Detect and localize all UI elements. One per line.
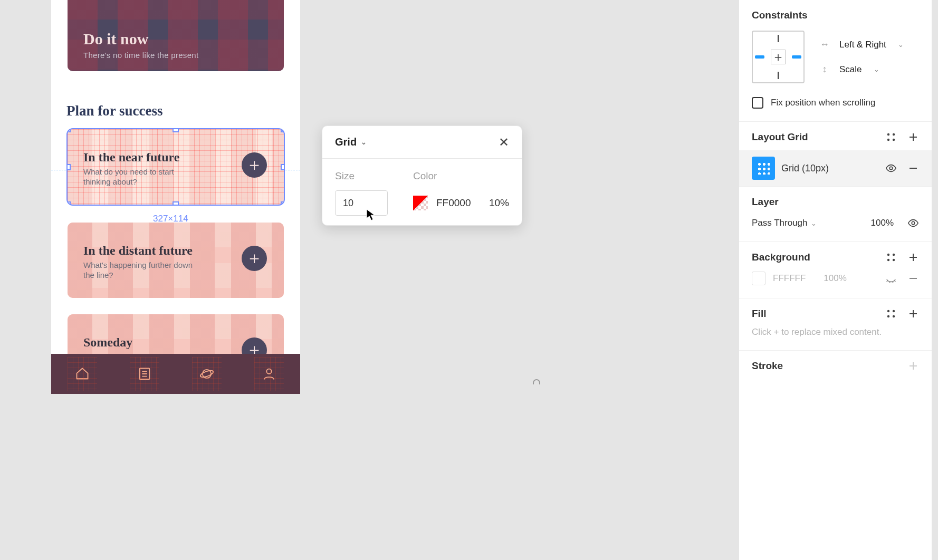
background-opacity[interactable]: 100% xyxy=(824,273,846,284)
popup-header: Grid ⌄ ✕ xyxy=(322,126,522,159)
grid-visibility-toggle[interactable] xyxy=(885,162,897,174)
horizontal-constraint-value: Left & Right xyxy=(839,40,886,50)
grid-item-row[interactable]: Grid (10px) xyxy=(739,150,932,186)
size-label: Size xyxy=(335,170,403,182)
list-icon xyxy=(137,366,152,381)
fix-position-row[interactable]: Fix position when scrolling xyxy=(752,97,919,109)
card-title: In the distant future xyxy=(83,244,193,258)
eye-closed-icon xyxy=(885,272,897,285)
plus-icon xyxy=(908,361,918,371)
fix-position-checkbox[interactable] xyxy=(752,97,763,109)
background-heading: Background xyxy=(752,252,810,263)
styles-button[interactable] xyxy=(885,131,897,143)
hero-card[interactable]: Do it now There's no time like the prese… xyxy=(68,0,284,71)
close-button[interactable]: ✕ xyxy=(499,136,509,149)
four-dots-icon xyxy=(886,252,896,263)
add-grid-button[interactable] xyxy=(907,131,919,143)
design-canvas[interactable]: Do it now There's no time like the prese… xyxy=(0,0,542,560)
color-swatch[interactable] xyxy=(413,196,428,210)
horizontal-constraint-dropdown[interactable]: ↔ Left & Right ⌄ xyxy=(819,39,919,50)
section-title: Plan for success xyxy=(66,103,163,119)
stroke-heading: Stroke xyxy=(752,360,783,372)
fill-mixed-hint: Click + to replace mixed content. xyxy=(752,327,919,337)
nav-list[interactable] xyxy=(128,355,161,393)
layer-visibility-toggle[interactable] xyxy=(907,217,919,229)
color-hex[interactable]: FF0000 xyxy=(436,197,471,209)
remove-background-button[interactable] xyxy=(907,273,919,284)
color-row: FF0000 10% xyxy=(413,190,509,216)
four-dots-icon xyxy=(886,308,896,319)
add-button[interactable]: ＋ xyxy=(242,152,267,178)
layer-opacity-input[interactable]: 100% xyxy=(871,218,894,228)
svg-point-5 xyxy=(893,133,895,136)
fill-heading: Fill xyxy=(752,308,766,320)
fix-position-label: Fix position when scrolling xyxy=(771,98,875,108)
background-item-row[interactable]: FFFFFF 100% xyxy=(752,272,919,285)
styles-button[interactable] xyxy=(885,308,897,320)
grid-type-icon[interactable] xyxy=(752,157,775,180)
constraint-diagram[interactable]: ＋ xyxy=(752,31,805,83)
vertical-constraint-value: Scale xyxy=(839,64,862,75)
chevron-down-icon: ⌄ xyxy=(874,65,879,73)
layer-heading: Layer xyxy=(752,196,919,208)
vertical-arrow-icon: ↕ xyxy=(819,64,830,75)
constraints-heading: Constraints xyxy=(752,9,919,21)
minus-icon xyxy=(908,273,918,284)
chevron-down-icon: ⌄ xyxy=(361,138,367,146)
card-distant-future[interactable]: In the distant future What's happening f… xyxy=(68,223,284,298)
card-title: Someday xyxy=(83,335,132,350)
hero-title: Do it now xyxy=(83,30,148,48)
add-fill-button[interactable] xyxy=(907,308,919,320)
nav-explore[interactable] xyxy=(190,355,224,393)
svg-point-17 xyxy=(893,315,895,317)
nav-home[interactable] xyxy=(65,355,99,393)
svg-point-14 xyxy=(887,310,889,312)
planet-icon xyxy=(199,366,214,381)
chevron-down-icon: ⌄ xyxy=(811,219,817,227)
layout-grid-popup[interactable]: Grid ⌄ ✕ Size Color FF0000 10% xyxy=(322,125,522,226)
stroke-section: Stroke xyxy=(739,351,932,384)
user-icon xyxy=(262,366,276,381)
add-background-button[interactable] xyxy=(907,252,919,263)
add-button[interactable]: ＋ xyxy=(242,246,267,271)
minus-icon xyxy=(908,163,918,173)
color-opacity[interactable]: 10% xyxy=(489,197,509,209)
plus-icon xyxy=(908,308,918,319)
grid-type-dropdown[interactable]: Grid ⌄ xyxy=(335,136,367,148)
card-near-future-selected[interactable]: In the near future What do you need to s… xyxy=(68,129,284,205)
bottom-nav-bar[interactable] xyxy=(51,354,300,394)
close-icon: ✕ xyxy=(499,135,509,149)
svg-point-13 xyxy=(893,259,895,261)
design-panel[interactable]: Constraints ＋ ↔ Left & Right ⌄ ↕ Scale ⌄ xyxy=(739,0,932,560)
background-section: Background FFFFFF 100% xyxy=(739,242,932,298)
nav-profile[interactable] xyxy=(252,355,286,393)
svg-point-10 xyxy=(887,254,889,256)
remove-grid-button[interactable] xyxy=(907,162,919,174)
add-stroke-button[interactable] xyxy=(907,360,919,372)
plus-icon xyxy=(908,252,918,263)
background-swatch[interactable] xyxy=(752,272,765,285)
svg-point-12 xyxy=(887,259,889,261)
popup-body: Size Color FF0000 10% xyxy=(322,159,522,216)
size-input[interactable] xyxy=(335,190,388,216)
svg-point-15 xyxy=(893,310,895,312)
vertical-constraint-dropdown[interactable]: ↕ Scale ⌄ xyxy=(819,64,919,75)
svg-point-6 xyxy=(887,139,889,141)
styles-button[interactable] xyxy=(885,252,897,263)
svg-point-11 xyxy=(893,254,895,256)
svg-point-1 xyxy=(203,370,211,378)
eye-icon xyxy=(907,217,919,229)
canvas-scroll-indicator xyxy=(533,379,540,384)
background-hex[interactable]: FFFFFF xyxy=(773,273,806,284)
color-label: Color xyxy=(413,170,509,182)
svg-point-16 xyxy=(887,315,889,317)
card-subtitle: What do you need to start thinking about… xyxy=(83,167,199,187)
grid-item-label: Grid (10px) xyxy=(781,163,829,174)
eye-icon xyxy=(885,162,897,175)
constraints-section: Constraints ＋ ↔ Left & Right ⌄ ↕ Scale ⌄ xyxy=(739,0,932,122)
background-visibility-toggle[interactable] xyxy=(885,273,897,284)
svg-point-8 xyxy=(889,167,893,170)
plus-icon: ＋ xyxy=(246,247,263,270)
svg-point-7 xyxy=(893,139,895,141)
blend-mode-dropdown[interactable]: Pass Through ⌄ xyxy=(752,218,817,228)
